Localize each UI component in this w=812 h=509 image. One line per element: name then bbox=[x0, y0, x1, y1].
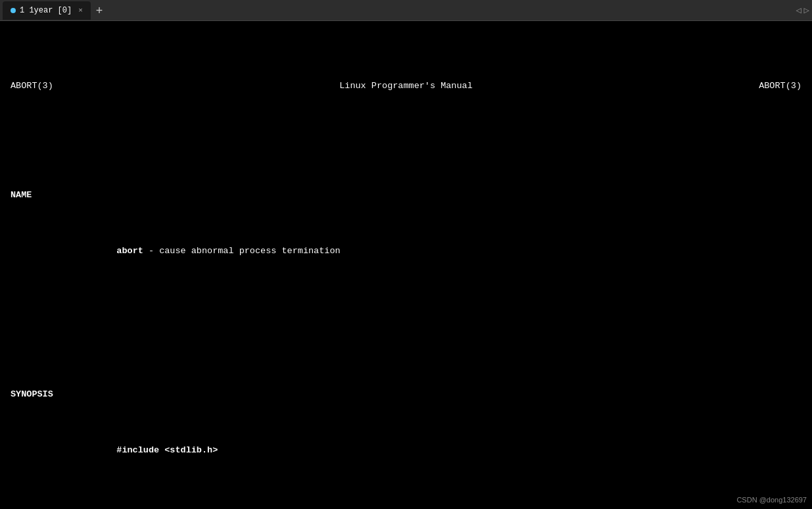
header-left: ABORT(3) bbox=[11, 80, 53, 93]
synopsis-section-title: SYNOPSIS bbox=[11, 388, 801, 401]
tab-close-button[interactable]: × bbox=[78, 7, 83, 14]
synopsis-include: #include <stdlib.h> bbox=[47, 431, 801, 471]
abort-name: abort bbox=[116, 246, 143, 256]
synopsis-proto: void abort(void); bbox=[47, 502, 801, 509]
man-page-content: ABORT(3) Linux Programmer's Manual ABORT… bbox=[0, 21, 812, 509]
tab-bar: 1 1year [0] × + ◁ ▷ bbox=[0, 0, 812, 21]
name-content: abort - cause abnormal process terminati… bbox=[47, 231, 801, 272]
name-section: NAME abort - cause abnormal process term… bbox=[11, 162, 801, 298]
watermark: CSDN @dong132697 bbox=[736, 496, 807, 504]
tab-label: 1 1year [0] bbox=[20, 6, 72, 15]
name-section-title: NAME bbox=[11, 189, 801, 202]
new-tab-button[interactable]: + bbox=[91, 5, 108, 16]
include-directive: #include <stdlib.h> bbox=[80, 445, 218, 455]
name-text bbox=[80, 246, 117, 256]
tab-indicator bbox=[11, 8, 16, 13]
header-center: Linux Programmer's Manual bbox=[339, 80, 473, 93]
nav-left-arrow[interactable]: ◁ bbox=[796, 5, 801, 16]
active-tab[interactable]: 1 1year [0] × bbox=[3, 1, 91, 20]
header-right: ABORT(3) bbox=[759, 80, 801, 93]
nav-right-arrow[interactable]: ▷ bbox=[804, 5, 809, 16]
man-page-header: ABORT(3) Linux Programmer's Manual ABORT… bbox=[11, 80, 801, 93]
tab-navigation: ◁ ▷ bbox=[796, 5, 809, 16]
synopsis-section: SYNOPSIS #include <stdlib.h> void abort(… bbox=[11, 362, 801, 509]
name-desc: - cause abnormal process termination bbox=[143, 246, 341, 256]
tab-bar-left: 1 1year [0] × + bbox=[3, 1, 108, 20]
